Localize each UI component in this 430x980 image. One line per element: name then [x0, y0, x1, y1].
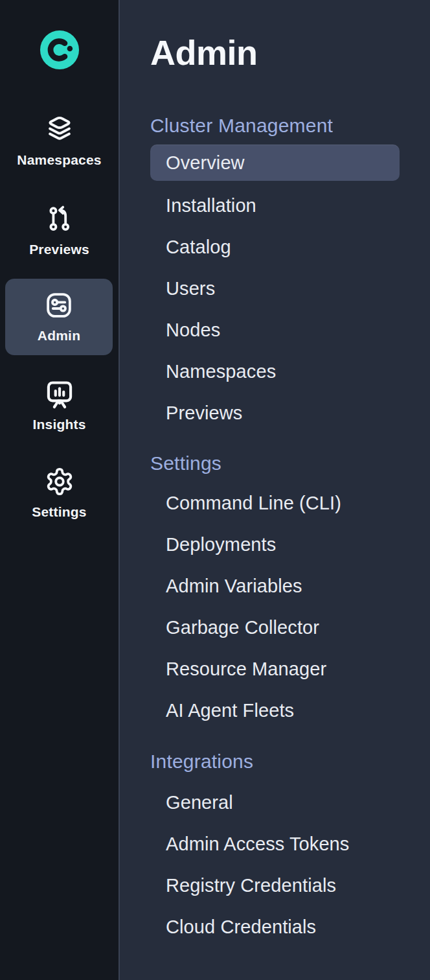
nav-item-general[interactable]: General — [150, 782, 400, 823]
chart-easel-icon — [43, 379, 76, 409]
nav-item-registry-credentials[interactable]: Registry Credentials — [150, 865, 400, 906]
nav-item-admin-access-tokens[interactable]: Admin Access Tokens — [150, 823, 400, 865]
nav-item-users[interactable]: Users — [150, 268, 400, 309]
namespaces-stack-icon — [45, 115, 74, 145]
nav-item-resource-manager[interactable]: Resource Manager — [150, 648, 400, 690]
left-rail: Namespaces Previews — [0, 0, 120, 980]
nav-item-cloud-credentials[interactable]: Cloud Credentials — [150, 906, 400, 948]
sidebar-item-label: Namespaces — [17, 152, 101, 169]
sidebar-item-label: Insights — [32, 416, 85, 433]
cluster-management-list: Installation Catalog Users Nodes Namespa… — [150, 185, 400, 434]
section-header-cluster-management: Cluster Management — [150, 114, 400, 137]
sidebar-item-admin[interactable]: Admin — [5, 279, 113, 355]
nav-item-garbage-collector[interactable]: Garbage Collector — [150, 607, 400, 648]
settings-list: Command Line (CLI) Deployments Admin Var… — [150, 482, 400, 731]
app-root: Namespaces Previews — [0, 0, 430, 980]
sidebar-item-previews[interactable]: Previews — [0, 204, 119, 258]
sidebar-item-label: Admin — [38, 327, 80, 344]
nav-item-namespaces[interactable]: Namespaces — [150, 351, 400, 392]
admin-subnav-panel: Admin Cluster Management Overview Instal… — [120, 0, 430, 980]
nav-item-installation[interactable]: Installation — [150, 185, 400, 226]
okteto-logo-icon — [40, 30, 80, 70]
sidebar-item-label: Previews — [29, 241, 89, 258]
sidebar-item-namespaces[interactable]: Namespaces — [0, 115, 119, 169]
gear-icon — [45, 467, 74, 496]
section-header-settings: Settings — [150, 452, 400, 475]
nav-item-nodes[interactable]: Nodes — [150, 309, 400, 351]
nav-item-admin-variables[interactable]: Admin Variables — [150, 565, 400, 607]
integrations-list: General Admin Access Tokens Registry Cre… — [150, 782, 400, 948]
page-title: Admin — [150, 34, 400, 71]
sliders-box-icon — [44, 290, 74, 320]
nav-item-previews[interactable]: Previews — [150, 392, 400, 434]
sidebar-item-settings[interactable]: Settings — [0, 467, 119, 520]
nav-item-ai-agent-fleets[interactable]: AI Agent Fleets — [150, 690, 400, 731]
section-header-integrations: Integrations — [150, 750, 400, 773]
nav-item-overview[interactable]: Overview — [150, 145, 400, 181]
nav-item-deployments[interactable]: Deployments — [150, 524, 400, 565]
logo-button[interactable] — [0, 30, 119, 70]
sidebar-item-label: Settings — [32, 504, 86, 520]
sidebar-item-insights[interactable]: Insights — [0, 379, 119, 433]
preview-branch-icon — [45, 204, 74, 234]
nav-item-catalog[interactable]: Catalog — [150, 226, 400, 268]
nav-item-command-line-cli[interactable]: Command Line (CLI) — [150, 482, 400, 524]
